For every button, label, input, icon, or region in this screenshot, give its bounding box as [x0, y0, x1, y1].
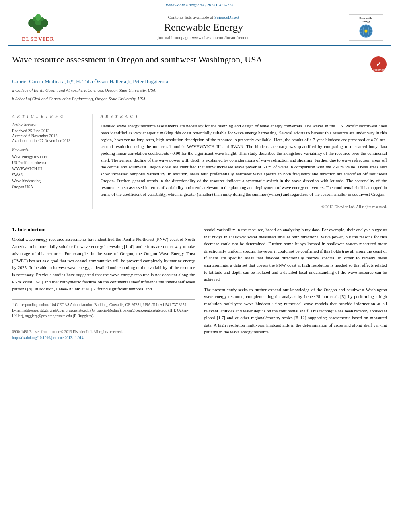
authors-line: Gabriel García-Medina a, b,*, H. Tuba Öz…	[12, 78, 387, 85]
svg-point-14	[364, 30, 367, 33]
abstract-section: A B S T R A C T Detailed wave energy res…	[101, 114, 387, 210]
elsevier-logo: ELSEVIER	[16, 12, 60, 42]
header-center: Contents lists available at ScienceDirec…	[60, 15, 347, 40]
intro-para-1: Global wave energy resource assessments …	[12, 236, 195, 293]
body-col-right: spatial variability in the resource, bas…	[204, 226, 387, 345]
affiliation-a: a College of Earth, Ocean, and Atmospher…	[12, 87, 387, 94]
keyword-5: Wave hindcasting	[12, 178, 86, 184]
article-info-section: A R T I C L E I N F O Article history: R…	[12, 114, 93, 210]
doi-line: http://dx.doi.org/10.1016/j.renene.2013.…	[12, 335, 195, 341]
affiliation-b: b School of Civil and Construction Engin…	[12, 96, 387, 103]
footer-bar: 0960-1481/$ – see front matter © 2013 El…	[12, 327, 195, 345]
keyword-3: WAVEWATCH III	[12, 166, 86, 172]
svg-point-7	[41, 17, 44, 21]
intro-para-3: The present study seeks to further expan…	[204, 286, 387, 336]
svg-text:CrossMark: CrossMark	[372, 68, 385, 71]
svg-point-3	[35, 14, 41, 21]
body-col-left: 1. Introduction Global wave energy resou…	[12, 226, 195, 345]
journal-reference: Renewable Energy 64 (2014) 203–214	[0, 0, 399, 9]
introduction-heading: 1. Introduction	[12, 226, 195, 233]
sciencedirect-link[interactable]: ScienceDirect	[214, 15, 239, 20]
keyword-1: Wave energy resource	[12, 154, 86, 160]
history-label: Article history:	[12, 123, 86, 127]
keyword-2: US Pacific northwest	[12, 160, 86, 166]
journal-logo-box: RenewableEnergy	[347, 14, 383, 41]
accepted-date: Accepted 6 November 2013	[12, 134, 86, 138]
email-note: E-mail addresses: gg.garcia@coas.oregons…	[12, 308, 195, 319]
journal-logo-title: RenewableEnergy	[359, 16, 372, 23]
keyword-6: Oregon USA	[12, 184, 86, 190]
available-date: Available online 27 November 2013	[12, 138, 86, 143]
sciencedirect-label: Contents lists available at ScienceDirec…	[60, 15, 347, 20]
svg-text:✓: ✓	[376, 61, 381, 68]
copyright-notice: © 2013 Elsevier Ltd. All rights reserved…	[101, 202, 387, 209]
footnote-area: * Corresponding author. 104 CEOAS Admini…	[12, 299, 195, 319]
abstract-label: A B S T R A C T	[101, 114, 387, 119]
svg-point-6	[33, 17, 36, 21]
crossmark-badge[interactable]: ✓ CrossMark	[370, 56, 387, 74]
article-info-label: A R T I C L E I N F O	[12, 114, 86, 119]
corresponding-author-note: * Corresponding author. 104 CEOAS Admini…	[12, 302, 195, 308]
elsevier-brand-text: ELSEVIER	[22, 36, 55, 42]
intro-para-2: spatial variability in the resource, bas…	[204, 226, 387, 283]
journal-homepage: journal homepage: www.elsevier.com/locat…	[60, 35, 347, 40]
doi-link[interactable]: http://dx.doi.org/10.1016/j.renene.2013.…	[12, 336, 84, 340]
keyword-4: SWAN	[12, 172, 86, 178]
keywords-label: Keywords:	[12, 148, 86, 152]
abstract-text: Detailed wave energy resource assessment…	[101, 123, 387, 198]
issn-line: 0960-1481/$ – see front matter © 2013 El…	[12, 329, 195, 335]
received-date: Received 25 June 2013	[12, 129, 86, 133]
paper-title: Wave resource assessment in Oregon and s…	[12, 54, 262, 66]
journal-title: Renewable Energy	[60, 21, 347, 33]
